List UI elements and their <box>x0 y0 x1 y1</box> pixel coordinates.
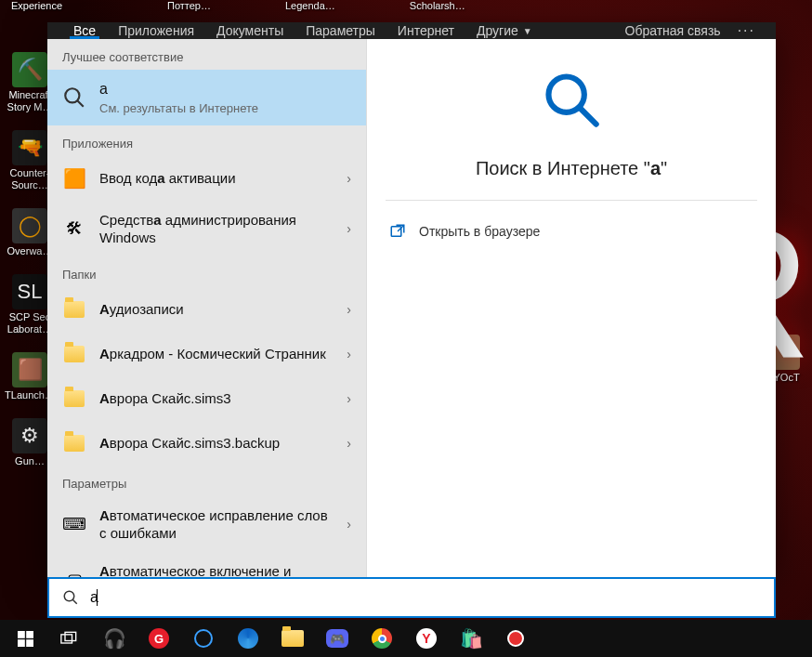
result-app[interactable]: 🟧 Ввод кода активации › <box>47 156 366 201</box>
svg-rect-4 <box>391 227 401 237</box>
search-results-list: Лучшее соответствие a См. результаты в И… <box>47 39 366 608</box>
cube-icon: 🟧 <box>62 166 86 191</box>
folder-icon <box>62 297 86 322</box>
folder-icon <box>62 342 86 366</box>
result-title: Средства администрирования Windows <box>99 211 334 247</box>
search-icon <box>62 589 79 606</box>
tab-internet[interactable]: Интернет <box>386 22 465 39</box>
svg-rect-7 <box>18 631 25 638</box>
search-tabs: Все Приложения Документы Параметры Интер… <box>62 22 544 39</box>
desktop-top-row: Experience <box>7 0 62 11</box>
result-title: Аудиозаписи <box>99 300 334 319</box>
svg-line-1 <box>77 100 84 107</box>
tab-settings[interactable]: Параметры <box>295 22 386 39</box>
preview-title: Поиск в Интернете "a" <box>476 158 667 179</box>
result-title: Ввод кода активации <box>99 169 334 188</box>
folder-icon <box>62 431 86 455</box>
result-title: Автоматическое исправление слов с ошибка… <box>99 506 334 543</box>
chevron-right-icon: › <box>347 221 351 236</box>
chevron-down-icon: ▼ <box>523 26 532 36</box>
text-caret <box>97 589 98 606</box>
open-browser-icon <box>389 223 406 240</box>
task-view-button[interactable] <box>48 620 91 657</box>
chevron-right-icon: › <box>347 436 351 451</box>
tools-icon: 🛠 <box>62 217 86 241</box>
tab-documents[interactable]: Документы <box>205 22 295 39</box>
svg-line-6 <box>72 599 77 604</box>
taskbar-app-red[interactable]: G <box>138 620 180 657</box>
desktop-icon-label[interactable]: Experience <box>11 0 62 11</box>
search-panel: Все Приложения Документы Параметры Интер… <box>47 22 776 575</box>
desktop-icon-tlauncher[interactable]: 🟫 TLaunch… <box>7 352 52 401</box>
svg-rect-11 <box>61 635 72 643</box>
open-in-browser-action[interactable]: Открыть в браузере <box>386 217 757 245</box>
keyboard-icon: ⌨ <box>62 512 86 536</box>
svg-rect-9 <box>18 639 25 647</box>
search-preview-pane: Поиск в Интернете "a" Открыть в браузере <box>366 39 776 608</box>
svg-rect-12 <box>65 632 76 640</box>
desktop-icon-scp[interactable]: SL SCP Sec Laborat… <box>7 274 52 335</box>
taskbar-app-explorer[interactable] <box>271 620 314 657</box>
desktop-icon-minecraft[interactable]: ⛏️ Minecraft Story M… <box>7 52 52 113</box>
result-subtitle: См. результаты в Интернете <box>99 101 351 115</box>
taskbar-app-edge[interactable] <box>227 620 269 657</box>
result-title: a <box>99 80 351 99</box>
group-folders: Папки <box>47 256 366 287</box>
group-apps: Приложения <box>47 125 366 156</box>
search-input-wrapper[interactable]: a <box>90 589 761 606</box>
result-setting[interactable]: ⌨ Автоматическое исправление слов с ошиб… <box>47 496 366 552</box>
result-best-match[interactable]: a См. результаты в Интернете <box>47 70 366 125</box>
search-panel-body: Лучшее соответствие a См. результаты в И… <box>47 39 776 608</box>
result-folder[interactable]: Аркадром - Космический Странник › <box>47 332 366 376</box>
feedback-link[interactable]: Обратная связь <box>614 23 732 38</box>
search-panel-header: Все Приложения Документы Параметры Интер… <box>47 22 776 39</box>
desktop-icon-gun[interactable]: ⚙ Gun… <box>7 418 52 467</box>
folder-icon <box>62 387 86 411</box>
result-title: Аврора Скайс.sims3 <box>99 389 334 408</box>
result-title: Аркадром - Космический Странник <box>99 345 334 363</box>
desktop-icon-counterstrike[interactable]: 🔫 Counter-Sourc… <box>7 130 52 191</box>
magnifier-icon <box>62 85 86 110</box>
chevron-right-icon: › <box>347 302 351 317</box>
result-folder[interactable]: Аврора Скайс.sims3.backup › <box>47 421 366 466</box>
desktop-icon-label[interactable]: Legenda… <box>285 0 335 11</box>
taskbar: 🎧 G 🎮 Y 🛍️ <box>0 620 812 657</box>
taskbar-app-store[interactable]: 🛍️ <box>450 620 492 657</box>
result-title: Аврора Скайс.sims3.backup <box>99 434 334 453</box>
start-button[interactable] <box>4 620 46 657</box>
desktop-top-row-2: Поттер… Legenda… Scholarsh… <box>167 0 465 11</box>
desktop-icon-label[interactable]: Scholarsh… <box>410 0 465 11</box>
desktop-icon-overwatch[interactable]: ◯ Overwa… <box>7 208 52 257</box>
taskbar-app-yandex[interactable]: Y <box>405 620 448 657</box>
result-app[interactable]: 🛠 Средства администрирования Windows › <box>47 201 366 256</box>
group-best-match: Лучшее соответствие <box>47 39 366 70</box>
group-settings: Параметры <box>47 466 366 496</box>
divider <box>386 200 757 201</box>
more-options-button[interactable]: ··· <box>732 22 761 39</box>
taskbar-app-chrome[interactable] <box>360 620 403 657</box>
chevron-right-icon: › <box>347 347 351 361</box>
svg-rect-8 <box>26 631 33 638</box>
taskbar-app-discord[interactable]: 🎮 <box>316 620 359 657</box>
open-browser-label: Открыть в браузере <box>419 224 540 239</box>
result-folder[interactable]: Аврора Скайс.sims3 › <box>47 376 366 421</box>
desktop-icon-label[interactable]: Поттер… <box>167 0 211 11</box>
chevron-right-icon: › <box>347 171 351 186</box>
tab-other[interactable]: Другие ▼ <box>465 22 544 39</box>
taskbar-app-cortana[interactable] <box>182 620 225 657</box>
svg-point-5 <box>64 591 74 601</box>
taskbar-app-record[interactable] <box>494 620 537 657</box>
result-folder[interactable]: Аудиозаписи › <box>47 287 366 332</box>
svg-line-3 <box>580 108 596 125</box>
chevron-right-icon: › <box>347 517 351 532</box>
magnifier-large-icon <box>539 67 604 132</box>
tab-apps[interactable]: Приложения <box>107 22 205 39</box>
svg-point-0 <box>65 88 79 102</box>
chevron-right-icon: › <box>347 391 351 406</box>
tab-all[interactable]: Все <box>62 22 107 39</box>
taskbar-app-audio[interactable]: 🎧 <box>93 620 136 657</box>
search-input-box[interactable]: a <box>47 577 776 618</box>
svg-rect-10 <box>26 639 33 647</box>
